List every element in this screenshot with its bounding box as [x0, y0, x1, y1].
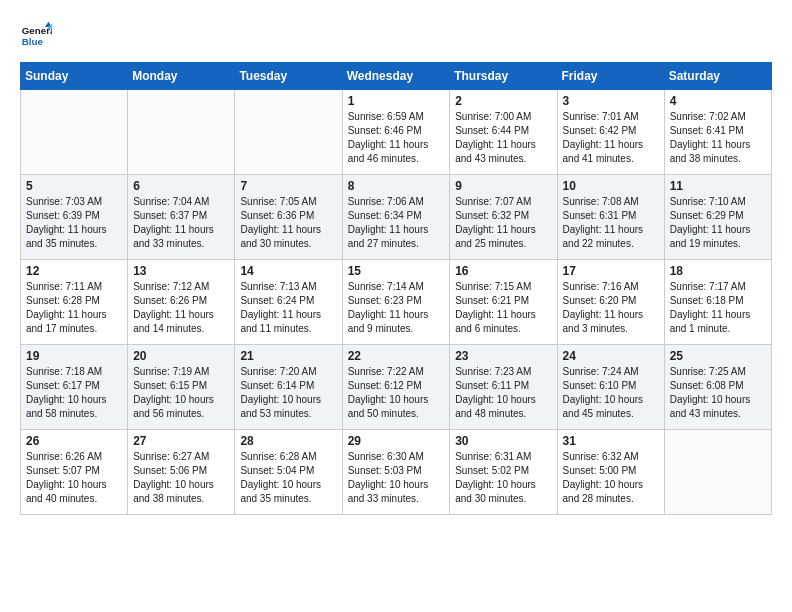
day-info: Sunrise: 7:11 AM Sunset: 6:28 PM Dayligh…: [26, 280, 122, 336]
calendar-cell: 5Sunrise: 7:03 AM Sunset: 6:39 PM Daylig…: [21, 175, 128, 260]
day-number: 1: [348, 94, 445, 108]
calendar-cell: 13Sunrise: 7:12 AM Sunset: 6:26 PM Dayli…: [128, 260, 235, 345]
day-number: 29: [348, 434, 445, 448]
day-info: Sunrise: 7:07 AM Sunset: 6:32 PM Dayligh…: [455, 195, 551, 251]
day-number: 31: [563, 434, 659, 448]
calendar-cell: 22Sunrise: 7:22 AM Sunset: 6:12 PM Dayli…: [342, 345, 450, 430]
day-info: Sunrise: 7:06 AM Sunset: 6:34 PM Dayligh…: [348, 195, 445, 251]
weekday-wednesday: Wednesday: [342, 63, 450, 90]
day-number: 24: [563, 349, 659, 363]
calendar-cell: [235, 90, 342, 175]
calendar-cell: 12Sunrise: 7:11 AM Sunset: 6:28 PM Dayli…: [21, 260, 128, 345]
day-info: Sunrise: 7:23 AM Sunset: 6:11 PM Dayligh…: [455, 365, 551, 421]
day-info: Sunrise: 7:05 AM Sunset: 6:36 PM Dayligh…: [240, 195, 336, 251]
calendar-cell: 2Sunrise: 7:00 AM Sunset: 6:44 PM Daylig…: [450, 90, 557, 175]
calendar-cell: 29Sunrise: 6:30 AM Sunset: 5:03 PM Dayli…: [342, 430, 450, 515]
calendar-table: SundayMondayTuesdayWednesdayThursdayFrid…: [20, 62, 772, 515]
calendar-cell: 20Sunrise: 7:19 AM Sunset: 6:15 PM Dayli…: [128, 345, 235, 430]
day-number: 9: [455, 179, 551, 193]
week-row-2: 5Sunrise: 7:03 AM Sunset: 6:39 PM Daylig…: [21, 175, 772, 260]
day-number: 27: [133, 434, 229, 448]
day-info: Sunrise: 7:16 AM Sunset: 6:20 PM Dayligh…: [563, 280, 659, 336]
day-info: Sunrise: 7:02 AM Sunset: 6:41 PM Dayligh…: [670, 110, 766, 166]
day-info: Sunrise: 7:13 AM Sunset: 6:24 PM Dayligh…: [240, 280, 336, 336]
calendar-cell: 3Sunrise: 7:01 AM Sunset: 6:42 PM Daylig…: [557, 90, 664, 175]
day-info: Sunrise: 7:20 AM Sunset: 6:14 PM Dayligh…: [240, 365, 336, 421]
day-info: Sunrise: 6:59 AM Sunset: 6:46 PM Dayligh…: [348, 110, 445, 166]
day-info: Sunrise: 7:22 AM Sunset: 6:12 PM Dayligh…: [348, 365, 445, 421]
day-number: 20: [133, 349, 229, 363]
calendar-cell: 31Sunrise: 6:32 AM Sunset: 5:00 PM Dayli…: [557, 430, 664, 515]
day-number: 19: [26, 349, 122, 363]
day-number: 17: [563, 264, 659, 278]
day-info: Sunrise: 7:15 AM Sunset: 6:21 PM Dayligh…: [455, 280, 551, 336]
day-number: 30: [455, 434, 551, 448]
calendar-cell: 10Sunrise: 7:08 AM Sunset: 6:31 PM Dayli…: [557, 175, 664, 260]
day-info: Sunrise: 7:08 AM Sunset: 6:31 PM Dayligh…: [563, 195, 659, 251]
week-row-1: 1Sunrise: 6:59 AM Sunset: 6:46 PM Daylig…: [21, 90, 772, 175]
calendar-cell: 19Sunrise: 7:18 AM Sunset: 6:17 PM Dayli…: [21, 345, 128, 430]
day-number: 21: [240, 349, 336, 363]
calendar-cell: 15Sunrise: 7:14 AM Sunset: 6:23 PM Dayli…: [342, 260, 450, 345]
day-number: 6: [133, 179, 229, 193]
calendar-cell: 9Sunrise: 7:07 AM Sunset: 6:32 PM Daylig…: [450, 175, 557, 260]
week-row-5: 26Sunrise: 6:26 AM Sunset: 5:07 PM Dayli…: [21, 430, 772, 515]
calendar-cell: 30Sunrise: 6:31 AM Sunset: 5:02 PM Dayli…: [450, 430, 557, 515]
day-number: 5: [26, 179, 122, 193]
day-info: Sunrise: 7:03 AM Sunset: 6:39 PM Dayligh…: [26, 195, 122, 251]
calendar-cell: 4Sunrise: 7:02 AM Sunset: 6:41 PM Daylig…: [664, 90, 771, 175]
day-info: Sunrise: 7:17 AM Sunset: 6:18 PM Dayligh…: [670, 280, 766, 336]
day-number: 13: [133, 264, 229, 278]
weekday-header-row: SundayMondayTuesdayWednesdayThursdayFrid…: [21, 63, 772, 90]
day-info: Sunrise: 6:31 AM Sunset: 5:02 PM Dayligh…: [455, 450, 551, 506]
day-number: 16: [455, 264, 551, 278]
weekday-monday: Monday: [128, 63, 235, 90]
day-info: Sunrise: 7:18 AM Sunset: 6:17 PM Dayligh…: [26, 365, 122, 421]
day-number: 8: [348, 179, 445, 193]
day-number: 26: [26, 434, 122, 448]
day-info: Sunrise: 7:25 AM Sunset: 6:08 PM Dayligh…: [670, 365, 766, 421]
calendar-cell: 27Sunrise: 6:27 AM Sunset: 5:06 PM Dayli…: [128, 430, 235, 515]
weekday-thursday: Thursday: [450, 63, 557, 90]
calendar-cell: 24Sunrise: 7:24 AM Sunset: 6:10 PM Dayli…: [557, 345, 664, 430]
day-info: Sunrise: 7:10 AM Sunset: 6:29 PM Dayligh…: [670, 195, 766, 251]
week-row-4: 19Sunrise: 7:18 AM Sunset: 6:17 PM Dayli…: [21, 345, 772, 430]
calendar-cell: 17Sunrise: 7:16 AM Sunset: 6:20 PM Dayli…: [557, 260, 664, 345]
calendar-cell: 26Sunrise: 6:26 AM Sunset: 5:07 PM Dayli…: [21, 430, 128, 515]
calendar-cell: 11Sunrise: 7:10 AM Sunset: 6:29 PM Dayli…: [664, 175, 771, 260]
day-info: Sunrise: 6:26 AM Sunset: 5:07 PM Dayligh…: [26, 450, 122, 506]
calendar-cell: 7Sunrise: 7:05 AM Sunset: 6:36 PM Daylig…: [235, 175, 342, 260]
day-number: 2: [455, 94, 551, 108]
svg-text:Blue: Blue: [22, 36, 44, 47]
day-number: 7: [240, 179, 336, 193]
page-header: General Blue: [20, 20, 772, 52]
day-number: 15: [348, 264, 445, 278]
day-number: 28: [240, 434, 336, 448]
calendar-cell: 18Sunrise: 7:17 AM Sunset: 6:18 PM Dayli…: [664, 260, 771, 345]
calendar-cell: 8Sunrise: 7:06 AM Sunset: 6:34 PM Daylig…: [342, 175, 450, 260]
day-number: 25: [670, 349, 766, 363]
logo: General Blue: [20, 20, 52, 52]
calendar-cell: 16Sunrise: 7:15 AM Sunset: 6:21 PM Dayli…: [450, 260, 557, 345]
day-info: Sunrise: 6:27 AM Sunset: 5:06 PM Dayligh…: [133, 450, 229, 506]
logo-icon: General Blue: [20, 20, 52, 52]
day-info: Sunrise: 7:00 AM Sunset: 6:44 PM Dayligh…: [455, 110, 551, 166]
weekday-saturday: Saturday: [664, 63, 771, 90]
calendar-cell: 21Sunrise: 7:20 AM Sunset: 6:14 PM Dayli…: [235, 345, 342, 430]
day-number: 23: [455, 349, 551, 363]
weekday-friday: Friday: [557, 63, 664, 90]
day-number: 18: [670, 264, 766, 278]
day-info: Sunrise: 6:30 AM Sunset: 5:03 PM Dayligh…: [348, 450, 445, 506]
day-info: Sunrise: 7:24 AM Sunset: 6:10 PM Dayligh…: [563, 365, 659, 421]
calendar-cell: 28Sunrise: 6:28 AM Sunset: 5:04 PM Dayli…: [235, 430, 342, 515]
day-number: 11: [670, 179, 766, 193]
weekday-sunday: Sunday: [21, 63, 128, 90]
day-info: Sunrise: 7:19 AM Sunset: 6:15 PM Dayligh…: [133, 365, 229, 421]
weekday-tuesday: Tuesday: [235, 63, 342, 90]
day-info: Sunrise: 7:01 AM Sunset: 6:42 PM Dayligh…: [563, 110, 659, 166]
day-number: 10: [563, 179, 659, 193]
day-info: Sunrise: 7:12 AM Sunset: 6:26 PM Dayligh…: [133, 280, 229, 336]
day-info: Sunrise: 6:28 AM Sunset: 5:04 PM Dayligh…: [240, 450, 336, 506]
calendar-cell: [664, 430, 771, 515]
calendar-cell: 23Sunrise: 7:23 AM Sunset: 6:11 PM Dayli…: [450, 345, 557, 430]
